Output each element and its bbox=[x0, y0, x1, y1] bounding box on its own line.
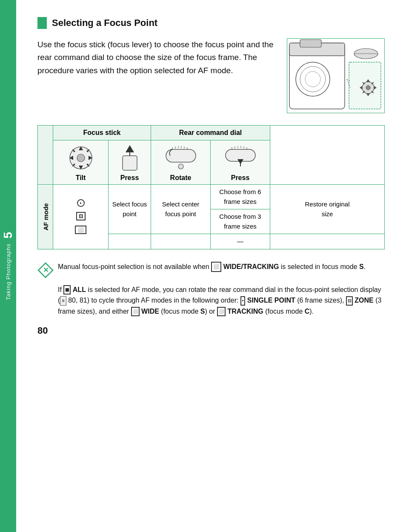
wide-tilt-cell bbox=[109, 234, 151, 249]
rear-dial-header: Rear command dial bbox=[151, 126, 270, 140]
choose-6-cell: Choose from 6frame sizes bbox=[211, 185, 270, 209]
svg-point-5 bbox=[305, 72, 320, 87]
svg-point-18 bbox=[366, 86, 370, 90]
tilt-label: Tilt bbox=[57, 174, 105, 182]
rotate-icon bbox=[164, 143, 198, 173]
tracking-inline-icon: ⬜ bbox=[217, 307, 226, 316]
press-stick-icon bbox=[115, 143, 145, 173]
focus-table: Focus stick Rear command dial bbox=[37, 125, 385, 249]
intro-section: Use the focus stick (focus lever) to cho… bbox=[37, 38, 385, 113]
section-heading: Selecting a Focus Point bbox=[37, 17, 385, 29]
wide-press-cell bbox=[151, 234, 211, 249]
single-point-mode-icon: • bbox=[77, 199, 85, 207]
note2-row: If ▦ ALL is selected for AF mode, you ca… bbox=[37, 284, 385, 317]
svg-marker-32 bbox=[126, 145, 134, 152]
tilt-icon bbox=[66, 143, 96, 173]
svg-rect-2 bbox=[300, 40, 321, 47]
select-focus-cell: Select focuspoint bbox=[109, 185, 151, 234]
svg-point-3 bbox=[296, 62, 330, 96]
press-dial-icon bbox=[223, 143, 257, 173]
restore-cell: Restore originalsize bbox=[270, 185, 385, 234]
wide-mode-icon: ⬜ bbox=[75, 226, 86, 234]
press-dial-label: Press bbox=[214, 174, 266, 182]
focus-stick-header: Focus stick bbox=[53, 126, 151, 140]
zone-mode-icon: ⊡ bbox=[76, 212, 86, 220]
camera-diagram bbox=[287, 38, 385, 113]
mode-icons: • ⊡ ⬜ bbox=[53, 196, 108, 237]
warning-icon: ✕ bbox=[37, 262, 54, 278]
wide-inline-icon: ⬜ bbox=[131, 307, 140, 316]
wide-tracking-icon: ⬜ bbox=[211, 262, 221, 272]
rotate-label: Rotate bbox=[154, 174, 207, 182]
main-content: Selecting a Focus Point Use the focus st… bbox=[16, 0, 406, 532]
single-point-inline-icon: • bbox=[240, 296, 246, 306]
chapter-number: 5 bbox=[1, 232, 15, 239]
wide-restore-cell bbox=[270, 234, 385, 249]
svg-text:✕: ✕ bbox=[43, 266, 49, 274]
zone-inline-icon: ⊡ bbox=[346, 296, 353, 306]
choose-3-cell: Choose from 3frame sizes bbox=[211, 209, 270, 234]
af-mode-label: AF mode bbox=[38, 185, 53, 249]
chapter-tab: 5 Taking Photographs bbox=[0, 0, 16, 532]
note1-row: ✕ Manual focus-point selection is not av… bbox=[37, 261, 385, 278]
press-stick-label: Press bbox=[112, 174, 147, 182]
chapter-label: Taking Photographs bbox=[5, 243, 11, 300]
svg-rect-31 bbox=[123, 156, 137, 170]
heading-bar bbox=[37, 17, 47, 29]
svg-point-4 bbox=[300, 66, 326, 92]
svg-rect-34 bbox=[166, 149, 196, 162]
all-icon: ▦ bbox=[63, 285, 71, 295]
book-ref-1: ≡ bbox=[60, 296, 66, 306]
svg-point-30 bbox=[77, 154, 85, 162]
page-number: 80 bbox=[37, 325, 385, 336]
note2-text: If ▦ ALL is selected for AF mode, you ca… bbox=[58, 284, 385, 317]
page-title: Selecting a Focus Point bbox=[52, 17, 157, 29]
svg-point-41 bbox=[178, 164, 183, 169]
select-center-cell: Select centerfocus point bbox=[151, 185, 211, 234]
note1-text: Manual focus-point selection is not avai… bbox=[58, 261, 385, 272]
wide-rotate-cell: — bbox=[211, 234, 270, 249]
intro-text: Use the focus stick (focus lever) to cho… bbox=[37, 38, 278, 77]
